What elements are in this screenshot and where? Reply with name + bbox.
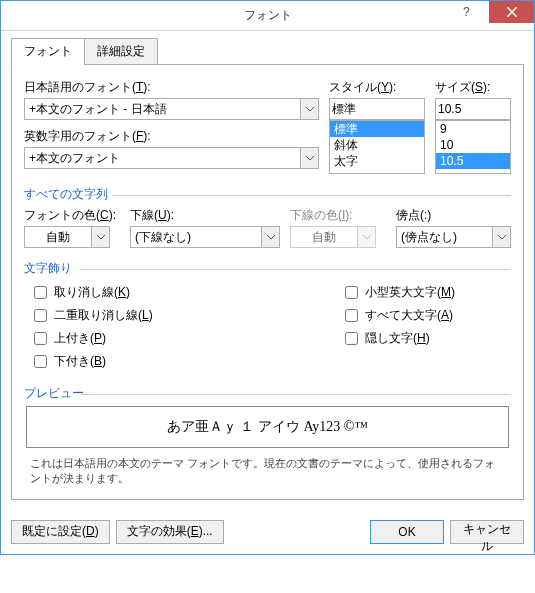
chevron-down-icon[interactable] [301,147,319,169]
latin-font-input[interactable] [24,147,301,169]
check-small-caps[interactable]: 小型英大文字(M) [341,283,511,302]
underline-color-value: 自動 [290,226,358,248]
size-label: サイズ(S): [435,79,511,96]
size-input[interactable] [435,98,511,120]
set-default-button[interactable]: 既定に設定(D) [11,520,110,544]
check-hidden[interactable]: 隠し文字(H) [341,329,511,348]
underline-color-dropdown: 自動 [290,226,386,248]
jp-font-combo[interactable] [24,98,319,120]
preview-description: これは日本語用の本文のテーマ フォントです。現在の文書のテーマによって、使用され… [24,452,511,489]
check-strikethrough[interactable]: 取り消し線(K) [30,283,331,302]
jp-font-input[interactable] [24,98,301,120]
emphasis-dropdown[interactable]: (傍点なし) [396,226,511,248]
tab-font[interactable]: フォント [11,38,85,65]
group-effects: 文字飾り [24,260,511,277]
svg-text:?: ? [463,6,470,18]
emphasis-label: 傍点(:) [396,207,511,224]
ok-button[interactable]: OK [370,520,444,544]
underline-color-label: 下線の色(I): [290,207,386,224]
text-effects-button[interactable]: 文字の効果(E)... [116,520,224,544]
check-subscript[interactable]: 下付き(B) [30,352,331,371]
list-item[interactable]: 斜体 [330,137,424,153]
preview-box: あア亜Ａｙ １ アイウ Ay123 ©™ [26,406,509,448]
list-item[interactable]: 10 [436,137,510,153]
check-all-caps[interactable]: すべて大文字(A) [341,306,511,325]
font-color-value: 自動 [24,226,92,248]
jp-font-label: 日本語用のフォント(T): [24,79,319,96]
list-item[interactable]: 太字 [330,153,424,169]
tab-strip: フォント 詳細設定 [11,37,524,65]
font-color-label: フォントの色(C): [24,207,120,224]
group-preview: プレビュー [24,385,511,402]
font-color-dropdown[interactable]: 自動 [24,226,120,248]
list-item[interactable]: 10.5 [436,153,510,169]
style-input[interactable] [329,98,425,120]
style-listbox[interactable]: 標準 斜体 太字 [329,120,425,174]
underline-dropdown[interactable]: (下線なし) [130,226,280,248]
list-item[interactable]: 9 [436,121,510,137]
check-superscript[interactable]: 上付き(P) [30,329,331,348]
underline-value: (下線なし) [130,226,262,248]
chevron-down-icon [358,226,376,248]
check-double-strikethrough[interactable]: 二重取り消し線(L) [30,306,331,325]
chevron-down-icon[interactable] [493,226,511,248]
group-all-text: すべての文字列 [24,186,511,203]
size-listbox[interactable]: 9 10 10.5 [435,120,511,174]
underline-label: 下線(U): [130,207,280,224]
help-button[interactable]: ? [444,1,489,23]
list-item[interactable]: 標準 [330,121,424,137]
latin-font-combo[interactable] [24,147,319,169]
chevron-down-icon[interactable] [262,226,280,248]
tab-advanced[interactable]: 詳細設定 [84,38,158,65]
chevron-down-icon[interactable] [301,98,319,120]
close-button[interactable] [489,1,534,23]
cancel-button[interactable]: キャンセル [450,520,524,544]
emphasis-value: (傍点なし) [396,226,493,248]
title-bar: フォント ? [1,1,534,31]
chevron-down-icon[interactable] [92,226,110,248]
style-label: スタイル(Y): [329,79,425,96]
latin-font-label: 英数字用のフォント(F): [24,128,319,145]
